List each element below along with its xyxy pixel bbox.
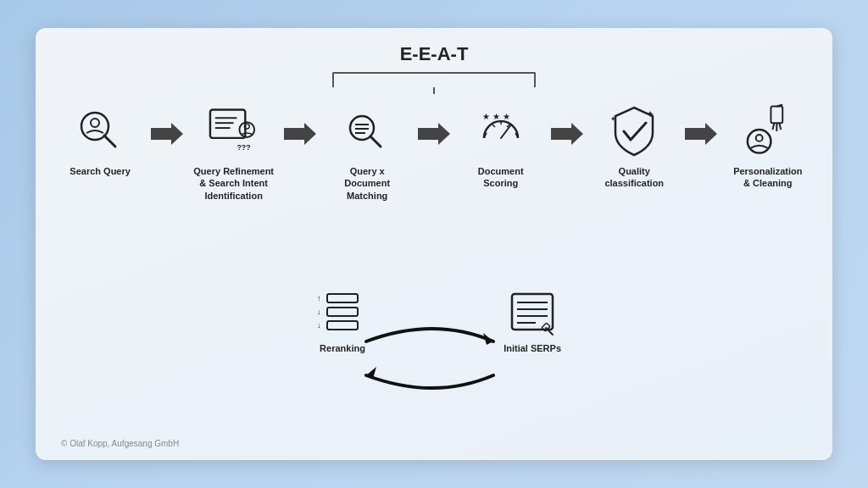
flow-item-quality: ✦ ✦ Qualityclassification bbox=[590, 104, 679, 190]
serp-label: Initial SERPs bbox=[504, 343, 561, 353]
svg-line-13 bbox=[370, 136, 381, 147]
flow-item-scoring: ★ ★ ★ DocumentScoring bbox=[456, 104, 545, 190]
svg-text:↓: ↓ bbox=[317, 321, 321, 330]
copyright-text: © Olaf Kopp, Aufgesang GmbH bbox=[61, 439, 179, 448]
svg-line-19 bbox=[492, 125, 495, 127]
svg-rect-44 bbox=[512, 294, 553, 330]
svg-rect-36 bbox=[327, 294, 358, 302]
query-refinement-icon: ??? bbox=[207, 104, 261, 158]
arrow-4 bbox=[551, 104, 583, 147]
serp-item: Initial SERPs bbox=[504, 291, 561, 353]
svg-text:???: ??? bbox=[236, 143, 250, 152]
flow-item-query-refinement: ??? Query Refinement& Search Intent Iden… bbox=[189, 104, 278, 202]
query-refinement-label: Query Refinement& Search Intent Identifi… bbox=[189, 165, 278, 202]
personalization-icon bbox=[741, 104, 795, 158]
flow-item-personalization: Personalization& Cleaning bbox=[723, 104, 812, 190]
svg-point-1 bbox=[91, 119, 99, 127]
svg-point-35 bbox=[756, 135, 763, 141]
svg-text:↑: ↑ bbox=[317, 294, 321, 302]
doc-matching-icon bbox=[340, 104, 394, 158]
flow-item-search-query: Search Query bbox=[56, 104, 145, 177]
quality-icon: ✦ ✦ bbox=[607, 104, 661, 158]
search-query-label: Search Query bbox=[70, 165, 131, 177]
svg-marker-3 bbox=[151, 123, 183, 145]
arrow-3 bbox=[418, 104, 450, 147]
main-card: E-E-A-T Search Query bbox=[36, 28, 832, 460]
svg-line-30 bbox=[772, 123, 774, 130]
bottom-loop-section: ↑ ↓ ↓ Reranking bbox=[298, 282, 570, 418]
svg-line-23 bbox=[501, 125, 511, 138]
scoring-icon: ★ ★ ★ bbox=[474, 104, 528, 158]
svg-text:★ ★ ★: ★ ★ ★ bbox=[482, 112, 510, 121]
flow-row: Search Query bbox=[53, 104, 815, 202]
svg-rect-29 bbox=[771, 106, 782, 123]
scoring-label: DocumentScoring bbox=[478, 165, 524, 190]
eeat-title: E-E-A-T bbox=[400, 43, 469, 65]
arrow-1 bbox=[151, 104, 183, 147]
arrow-5 bbox=[685, 104, 717, 147]
eeat-bracket bbox=[332, 72, 536, 87]
svg-line-32 bbox=[779, 123, 781, 130]
svg-marker-28 bbox=[685, 123, 717, 145]
svg-rect-37 bbox=[327, 308, 358, 316]
serp-icon bbox=[505, 291, 559, 338]
svg-text:↓: ↓ bbox=[317, 308, 321, 316]
personalization-label: Personalization& Cleaning bbox=[733, 165, 802, 190]
svg-line-2 bbox=[104, 136, 115, 147]
svg-marker-17 bbox=[418, 123, 450, 145]
svg-marker-11 bbox=[284, 123, 316, 145]
loop-arrows-svg bbox=[341, 316, 527, 418]
quality-label: Qualityclassification bbox=[604, 165, 664, 190]
svg-text:✦: ✦ bbox=[610, 115, 616, 123]
flow-item-doc-matching: Query xDocument Matching bbox=[323, 104, 412, 202]
doc-matching-label: Query xDocument Matching bbox=[323, 165, 412, 202]
search-query-icon bbox=[73, 104, 127, 158]
svg-marker-25 bbox=[551, 123, 583, 145]
arrow-2 bbox=[284, 104, 316, 147]
svg-text:✦: ✦ bbox=[646, 108, 654, 120]
